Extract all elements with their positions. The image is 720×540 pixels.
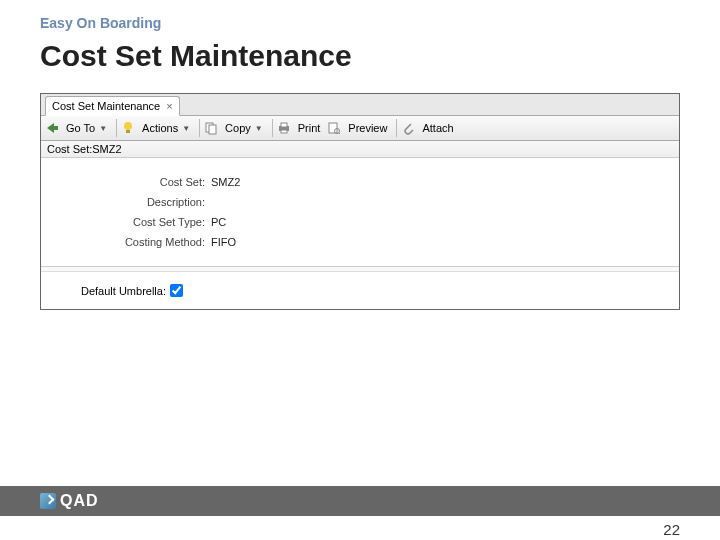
copy-button[interactable]: Copy ▼ xyxy=(220,120,268,136)
preview-label: Preview xyxy=(348,122,387,134)
brand-name: QAD xyxy=(60,492,99,510)
chevron-down-icon: ▼ xyxy=(99,124,107,133)
record-breadcrumb: Cost Set:SMZ2 xyxy=(41,141,679,158)
separator xyxy=(272,119,273,137)
actions-button[interactable]: Actions ▼ xyxy=(137,120,195,136)
cost-set-value: SMZ2 xyxy=(211,176,240,188)
brand-logo: QAD xyxy=(40,492,99,510)
app-window: Cost Set Maintenance × Go To ▼ Actions ▼… xyxy=(40,93,680,310)
type-value: PC xyxy=(211,216,226,228)
tab-bar: Cost Set Maintenance × xyxy=(41,94,679,116)
svg-rect-6 xyxy=(281,130,287,133)
method-value: FIFO xyxy=(211,236,236,248)
print-label: Print xyxy=(298,122,321,134)
lightbulb-icon[interactable] xyxy=(121,121,135,135)
description-row: Description: xyxy=(81,196,639,208)
description-label: Description: xyxy=(81,196,211,208)
actions-label: Actions xyxy=(142,122,178,134)
attach-label: Attach xyxy=(422,122,453,134)
slide-title: Cost Set Maintenance xyxy=(40,39,680,73)
footer-bar: QAD xyxy=(0,486,720,516)
attach-button[interactable]: Attach xyxy=(417,120,458,136)
copy-label: Copy xyxy=(225,122,251,134)
checkbox-area: Default Umbrella: xyxy=(41,272,679,309)
separator xyxy=(116,119,117,137)
copy-icon[interactable] xyxy=(204,121,218,135)
tab-cost-set-maintenance[interactable]: Cost Set Maintenance × xyxy=(45,96,180,116)
method-row: Costing Method: FIFO xyxy=(81,236,639,248)
breadcrumb-value: SMZ2 xyxy=(92,143,121,155)
method-label: Costing Method: xyxy=(81,236,211,248)
close-icon[interactable]: × xyxy=(166,100,172,112)
svg-rect-1 xyxy=(126,130,130,133)
svg-rect-3 xyxy=(209,125,216,134)
goto-button[interactable]: Go To ▼ xyxy=(61,120,112,136)
umbrella-label: Default Umbrella: xyxy=(81,285,166,297)
print-button[interactable]: Print xyxy=(293,120,326,136)
type-label: Cost Set Type: xyxy=(81,216,211,228)
chevron-down-icon: ▼ xyxy=(182,124,190,133)
svg-rect-5 xyxy=(281,123,287,127)
back-icon[interactable] xyxy=(45,121,59,135)
preview-button[interactable]: Preview xyxy=(343,120,392,136)
umbrella-row: Default Umbrella: xyxy=(81,284,639,297)
cost-set-label: Cost Set: xyxy=(81,176,211,188)
svg-line-9 xyxy=(339,133,340,134)
type-row: Cost Set Type: PC xyxy=(81,216,639,228)
attach-icon[interactable] xyxy=(401,121,415,135)
logo-icon xyxy=(40,493,56,509)
separator xyxy=(199,119,200,137)
svg-point-0 xyxy=(124,122,132,130)
form-area: Cost Set: SMZ2 Description: Cost Set Typ… xyxy=(41,158,679,267)
print-icon[interactable] xyxy=(277,121,291,135)
cost-set-row: Cost Set: SMZ2 xyxy=(81,176,639,188)
preview-icon[interactable] xyxy=(327,121,341,135)
goto-label: Go To xyxy=(66,122,95,134)
page-number: 22 xyxy=(663,521,680,538)
umbrella-checkbox[interactable] xyxy=(170,284,183,297)
toolbar: Go To ▼ Actions ▼ Copy ▼ Print Prev xyxy=(41,116,679,141)
slide-breadcrumb: Easy On Boarding xyxy=(40,15,680,31)
svg-rect-7 xyxy=(329,123,337,133)
chevron-down-icon: ▼ xyxy=(255,124,263,133)
breadcrumb-label: Cost Set: xyxy=(47,143,92,155)
tab-label: Cost Set Maintenance xyxy=(52,100,160,112)
separator xyxy=(396,119,397,137)
